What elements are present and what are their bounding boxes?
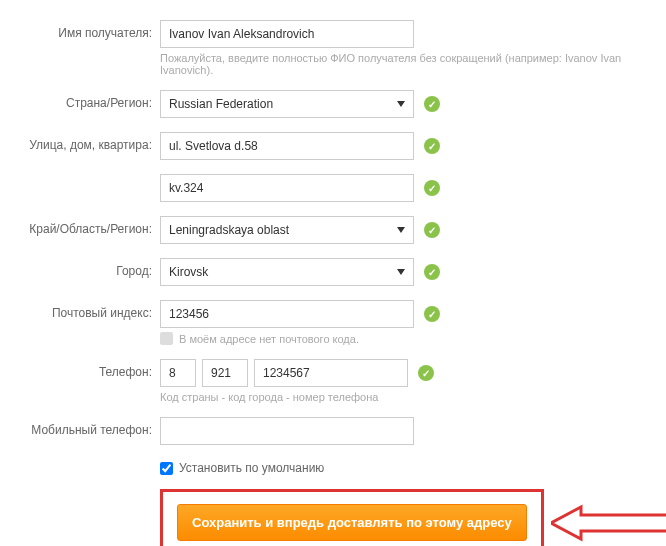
hint-phone: Код страны - код города - номер телефона (160, 391, 646, 403)
field-recipient: Пожалуйста, введите полностью ФИО получа… (160, 20, 646, 76)
default-label: Установить по умолчанию (179, 461, 324, 475)
check-icon: ✓ (424, 138, 440, 154)
no-postal-text: В моём адресе нет почтового кода. (179, 333, 359, 345)
submit-highlight: Сохранить и впредь доставлять по этому а… (160, 489, 544, 546)
submit-button[interactable]: Сохранить и впредь доставлять по этому а… (177, 504, 527, 541)
row-region: Край/Область/Регион: Leningradskaya obla… (0, 216, 646, 244)
country-select[interactable]: Russian Federation (160, 90, 414, 118)
check-icon: ✓ (418, 365, 434, 381)
row-city: Город: Kirovsk ✓ (0, 258, 646, 286)
checkbox-disabled-icon (160, 332, 173, 345)
check-icon: ✓ (424, 264, 440, 280)
label-phone: Телефон: (0, 359, 160, 379)
label-city: Город: (0, 258, 160, 278)
row-recipient: Имя получателя: Пожалуйста, введите полн… (0, 20, 646, 76)
no-postal-row: В моём адресе нет почтового кода. (160, 332, 646, 345)
street2-input[interactable] (160, 174, 414, 202)
label-region: Край/Область/Регион: (0, 216, 160, 236)
row-mobile: Мобильный телефон: (0, 417, 646, 445)
row-postal: Почтовый индекс: ✓ В моём адресе нет поч… (0, 300, 646, 345)
label-postal: Почтовый индекс: (0, 300, 160, 320)
check-icon: ✓ (424, 180, 440, 196)
svg-marker-0 (551, 507, 666, 539)
phone-area-input[interactable] (202, 359, 248, 387)
region-select[interactable]: Leningradskaya oblast (160, 216, 414, 244)
check-icon: ✓ (424, 96, 440, 112)
check-icon: ✓ (424, 222, 440, 238)
street1-input[interactable] (160, 132, 414, 160)
label-mobile: Мобильный телефон: (0, 417, 160, 437)
arrow-icon (551, 503, 666, 543)
row-street2: ✓ (0, 174, 646, 202)
check-icon: ✓ (424, 306, 440, 322)
phone-group (160, 359, 408, 387)
phone-country-input[interactable] (160, 359, 196, 387)
label-recipient: Имя получателя: (0, 20, 160, 40)
row-phone: Телефон: ✓ Код страны - код города - ном… (0, 359, 646, 403)
postal-input[interactable] (160, 300, 414, 328)
label-street: Улица, дом, квартира: (0, 132, 160, 152)
row-street: Улица, дом, квартира: ✓ (0, 132, 646, 160)
label-country: Страна/Регион: (0, 90, 160, 110)
actions: Сохранить и впредь доставлять по этому а… (160, 489, 646, 546)
phone-number-input[interactable] (254, 359, 408, 387)
row-default: Установить по умолчанию (0, 459, 646, 475)
hint-recipient: Пожалуйста, введите полностью ФИО получа… (160, 52, 646, 76)
recipient-input[interactable] (160, 20, 414, 48)
mobile-input[interactable] (160, 417, 414, 445)
default-checkbox[interactable] (160, 462, 173, 475)
city-select[interactable]: Kirovsk (160, 258, 414, 286)
row-country: Страна/Регион: Russian Federation ✓ (0, 90, 646, 118)
